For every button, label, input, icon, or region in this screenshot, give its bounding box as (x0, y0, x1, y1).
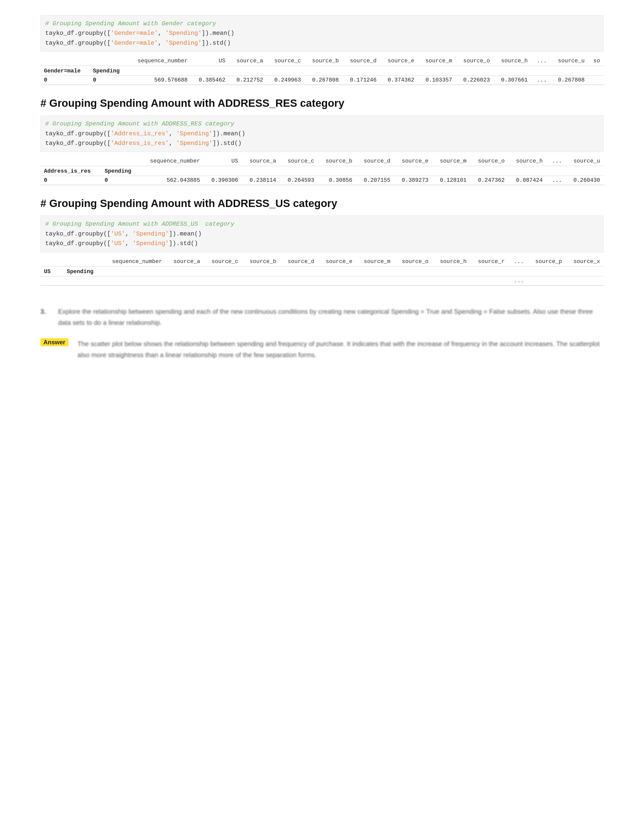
us-cell-seqnum (101, 276, 166, 285)
res-cell-seqnum: 562.043885 (139, 176, 204, 185)
numbered-item: 3. Explore the relationship between spen… (40, 306, 604, 328)
gender-cell-sourced: 0.171246 (342, 76, 380, 85)
res-col-us: US (204, 156, 242, 166)
us-cell-sourcec (204, 276, 242, 285)
gender-row-spending0: 0 (89, 76, 127, 85)
address-res-heading: # Grouping Spending Amount with ADDRESS_… (40, 97, 604, 109)
res-col-idx1 (40, 156, 101, 166)
gender-col-sourced: source_d (342, 56, 380, 66)
res-col-sourcec: source_c (280, 156, 318, 166)
answer-item: Answer The scatter plot below shows the … (40, 338, 604, 360)
us-row-spacer (101, 266, 604, 276)
res-col-sourcem: source_m (432, 156, 470, 166)
us-cell-sourceh (432, 276, 470, 285)
res-cell-us: 0.390306 (204, 176, 242, 185)
gender-line2: tayko_df.groupby(['Gender=male', 'Spendi… (45, 39, 599, 48)
address-us-code-block: # Grouping Spending Amount with ADDRESS_… (40, 215, 604, 252)
res-cell-sourcea: 0.238114 (242, 176, 280, 185)
address-res-table-wrapper: sequence_number US source_a source_c sou… (40, 156, 604, 185)
res-cell-sourceu: 0.260430 (565, 176, 604, 185)
us-col-sourceb: source_b (242, 257, 280, 267)
us-cell-sourcer (470, 276, 509, 285)
gender-row-label2: Spending (89, 66, 127, 76)
us-col-sourcex: source_x (565, 257, 604, 267)
res-col-sourcee: source_e (394, 156, 432, 166)
gender-cell-us: 0.385462 (191, 76, 229, 85)
address-us-table: sequence_number source_a source_c source… (40, 257, 604, 286)
us-col-sourceh: source_h (432, 257, 470, 267)
table-row: ... (40, 276, 604, 285)
address-us-line1: tayko_df.groupby(['US', 'Spending']).mea… (45, 229, 599, 239)
res-col-sourcea: source_a (242, 156, 280, 166)
gender-cell-sourceb: 0.267808 (304, 76, 343, 85)
text-section: 3. Explore the relationship between spen… (40, 306, 604, 361)
us-col-ellipsis: ... (508, 257, 527, 267)
gender-col-idx2 (89, 56, 127, 66)
gender-cell-ellipsis: ... (531, 76, 551, 85)
us-col-sourcea: source_a (166, 257, 204, 267)
gender-col-sourcee: source_e (380, 56, 418, 66)
address-res-comment: # Grouping Spending Amount with ADDRESS_… (45, 119, 599, 129)
us-col-sourcee: source_e (318, 257, 356, 267)
address-res-line1: tayko_df.groupby(['Address_is_res', 'Spe… (45, 129, 599, 138)
gender-row-val0: 0 (40, 76, 89, 85)
us-spending-val (63, 276, 101, 285)
res-col-sourceo: source_o (470, 156, 508, 166)
us-cell-sourcep (527, 276, 565, 285)
gender-cell-sourceh: 0.307661 (493, 76, 531, 85)
us-col-idx1 (40, 257, 63, 267)
gender-cell-sourceu: 0.267808 (550, 76, 588, 85)
gender-code-block: # Grouping Spending Amount with Gender c… (40, 15, 604, 52)
gender-col-idx1 (40, 56, 89, 66)
res-col-sourceu: source_u (565, 156, 604, 166)
us-cell-sourcex (565, 276, 604, 285)
res-cell-sourcem: 0.128101 (432, 176, 470, 185)
gender-col-ellipsis: ... (531, 56, 551, 66)
address-us-line2: tayko_df.groupby(['US', 'Spending']).std… (45, 239, 599, 248)
us-cell-sourceo (394, 276, 432, 285)
item-number: 3. (40, 306, 53, 317)
us-cell-sourced (280, 276, 318, 285)
res-row-label1: Address_is_res (40, 166, 101, 176)
us-col-sourcep: source_p (527, 257, 565, 267)
address-res-code-block: # Grouping Spending Amount with ADDRESS_… (40, 115, 604, 152)
us-col-sourcer: source_r (470, 257, 509, 267)
res-cell-sourceo: 0.247362 (470, 176, 508, 185)
res-row-spending0: 0 (101, 176, 139, 185)
gender-cell-sourcem: 0.103357 (418, 76, 456, 85)
address-us-table-wrapper: sequence_number source_a source_c source… (40, 257, 604, 286)
us-cell-sourcem (356, 276, 394, 285)
gender-col-seqnum: sequence_number (127, 56, 191, 66)
us-cell-ellipsis: ... (508, 276, 527, 285)
table-row: 0 0 569.576688 0.385462 0.212752 0.24996… (40, 76, 604, 85)
gender-row-label1: Gender=male (40, 66, 89, 76)
us-row-label2: Spending (63, 266, 101, 276)
address-res-line2: tayko_df.groupby(['Address_is_res', 'Spe… (45, 138, 599, 148)
gender-cell-seqnum: 569.576688 (127, 76, 191, 85)
gender-col-sourceo: source_o (456, 56, 493, 66)
res-cell-sourceb: 0.30856 (318, 176, 356, 185)
gender-col-sourceh: source_h (493, 56, 531, 66)
gender-col-us: US (191, 56, 229, 66)
gender-col-sourcea: source_a (229, 56, 267, 66)
answer-text: The scatter plot below shows the relatio… (77, 338, 604, 360)
gender-row-spacer (127, 66, 604, 76)
gender-cell-sourcea: 0.212752 (229, 76, 267, 85)
us-col-seqnum: sequence_number (101, 257, 166, 267)
table-row: 0 0 562.043885 0.390306 0.238114 0.26459… (40, 176, 604, 185)
res-col-seqnum: sequence_number (139, 156, 204, 166)
address-res-table: sequence_number US source_a source_c sou… (40, 156, 604, 185)
res-cell-sourcee: 0.389273 (394, 176, 432, 185)
us-col-idx2 (63, 257, 101, 267)
us-col-sourcem: source_m (356, 257, 394, 267)
us-cell-sourceb (242, 276, 280, 285)
gender-comment: # Grouping Spending Amount with Gender c… (45, 19, 599, 29)
res-col-sourced: source_d (356, 156, 394, 166)
gender-table: sequence_number US source_a source_c sou… (40, 56, 604, 85)
us-col-sourceo: source_o (394, 257, 432, 267)
gender-cell-sourcec: 0.249963 (267, 76, 304, 85)
gender-line1: tayko_df.groupby(['Gender=male', 'Spendi… (45, 29, 599, 38)
res-col-sourceb: source_b (318, 156, 356, 166)
res-row-spacer (139, 166, 604, 176)
res-col-ellipsis: ... (546, 156, 565, 166)
